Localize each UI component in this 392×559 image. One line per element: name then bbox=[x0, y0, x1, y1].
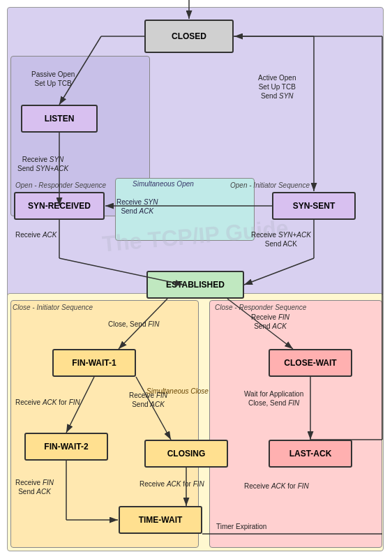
state-last-ack: LAST-ACK bbox=[269, 440, 352, 468]
receive-synack-send-ack-label: Receive SYN+ACKSend ACK bbox=[251, 230, 311, 248]
close-responder-label: Close - Responder Sequence bbox=[215, 304, 306, 311]
receive-ack-fin-fw1-label: Receive ACK for FIN bbox=[15, 398, 80, 407]
receive-fin-send-ack-fw1-label: Receive FINSend ACK bbox=[129, 391, 167, 409]
close-send-fin-label: Close, Send FIN bbox=[108, 320, 159, 329]
state-close-wait: CLOSE-WAIT bbox=[269, 349, 352, 377]
close-responder-bg bbox=[209, 300, 382, 548]
sim-open-receive-syn-label: Receive SYNSend ACK bbox=[116, 197, 158, 216]
receive-ack-fin-la-label: Receive ACK for FIN bbox=[244, 482, 309, 491]
open-initiator-label: Open - Initiator Sequence bbox=[230, 181, 310, 189]
receive-syn-send-synack-label: Receive SYNSend SYN+ACK bbox=[17, 155, 68, 173]
receive-ack-fin-closing-label: Receive ACK for FIN bbox=[140, 479, 204, 489]
close-initiator-label: Close - Initiator Sequence bbox=[13, 304, 93, 311]
state-fin-wait-1: FIN-WAIT-1 bbox=[52, 349, 136, 377]
wait-app-close-label: Wait for ApplicationClose, Send FIN bbox=[244, 389, 303, 408]
state-closed: CLOSED bbox=[144, 20, 234, 53]
state-established: ESTABLISHED bbox=[146, 271, 244, 299]
timer-expiration-label: Timer Expiration bbox=[216, 522, 266, 531]
state-syn-received: SYN-RECEIVED bbox=[14, 192, 105, 220]
tcp-diagram: The TCP/IP Guide CLOSED LISTEN SYN-RECEI… bbox=[0, 0, 392, 559]
state-closing: CLOSING bbox=[144, 440, 228, 468]
receive-fin-send-ack-fw2-label: Receive FINSend ACK bbox=[15, 478, 54, 496]
state-time-wait: TIME-WAIT bbox=[119, 506, 202, 534]
passive-open-label: Passive OpenSet Up TCB bbox=[31, 70, 75, 88]
receive-ack-label: Receive ACK bbox=[15, 230, 56, 239]
receive-fin-send-ack-label: Receive FINSend ACK bbox=[251, 313, 289, 331]
state-syn-sent: SYN-SENT bbox=[272, 192, 356, 220]
open-responder-label: Open - Responder Sequence bbox=[15, 181, 106, 189]
state-fin-wait-2: FIN-WAIT-2 bbox=[24, 433, 108, 461]
active-open-label: Active OpenSet Up TCBSend SYN bbox=[258, 73, 296, 100]
state-listen: LISTEN bbox=[21, 105, 98, 133]
simultaneous-open-label: Simultaneous Open bbox=[133, 180, 194, 188]
